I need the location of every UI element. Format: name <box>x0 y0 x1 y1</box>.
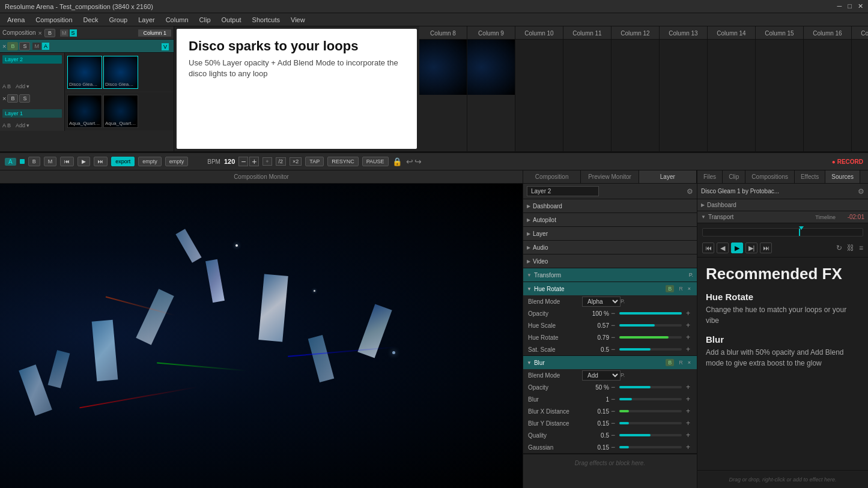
hue-scale-minus[interactable]: − <box>609 321 617 330</box>
tap-button[interactable]: TAP <box>305 157 324 166</box>
files-gear-button[interactable]: ⚙ <box>858 187 864 196</box>
timeline-bar[interactable] <box>702 228 863 236</box>
close-button[interactable]: ✕ <box>858 2 863 10</box>
hue-rotate-slider[interactable] <box>619 336 682 339</box>
bpm-half-button[interactable]: /2 <box>276 157 287 166</box>
blur-y-plus[interactable]: + <box>684 419 692 427</box>
bpm-plus1-button[interactable]: + <box>263 157 272 166</box>
layer-gear-button[interactable]: ⚙ <box>687 187 693 196</box>
layer2-close-button[interactable]: × <box>2 43 6 50</box>
hue-opacity-minus[interactable]: − <box>609 309 617 318</box>
col9-clip-thumb[interactable] <box>467 40 515 95</box>
skip-next-button[interactable]: ⏭ <box>94 157 108 166</box>
menu-clip[interactable]: Clip <box>195 15 216 25</box>
maximize-button[interactable]: □ <box>848 2 852 10</box>
chain-icon[interactable]: ⛓ <box>847 244 854 252</box>
col-header-17[interactable]: Column 17 <box>852 26 868 40</box>
tab-preview-monitor[interactable]: Preview Monitor <box>581 170 639 183</box>
layer2-s-button[interactable]: S <box>19 42 30 50</box>
undo-button[interactable]: ↩ <box>406 157 413 166</box>
menu-group[interactable]: Group <box>105 15 133 25</box>
blur-gaussian-plus[interactable]: + <box>684 443 692 451</box>
hue-scale-plus[interactable]: + <box>684 321 692 330</box>
blur-quality-minus[interactable]: − <box>609 431 617 439</box>
skip-end-button[interactable]: ⏭ <box>760 242 772 253</box>
col-header-10[interactable]: Column 10 <box>515 26 563 40</box>
tab-composition[interactable]: Composition <box>523 170 581 183</box>
layer2-clip1[interactable]: Disco Gleam 1 by ... <box>67 56 102 89</box>
hue-opacity-plus[interactable]: + <box>684 309 692 318</box>
col-header-9[interactable]: Column 9 <box>467 26 515 40</box>
col8-clip-thumb[interactable] <box>419 40 467 95</box>
blur-x-plus[interactable]: + <box>684 407 692 415</box>
tab-effects[interactable]: Effects <box>795 170 825 183</box>
blur-b-button[interactable]: B <box>666 359 674 366</box>
empty1-button[interactable]: empty <box>138 157 162 166</box>
col-header-15[interactable]: Column 15 <box>756 26 804 40</box>
layer1-b-button[interactable]: B <box>7 94 18 103</box>
tab-layer[interactable]: Layer <box>639 170 697 183</box>
bpm-plus-button[interactable]: + <box>249 157 259 166</box>
play-button[interactable]: ▶ <box>77 157 90 166</box>
menu-layer[interactable]: Layer <box>133 15 160 25</box>
hue-rotate-r-button[interactable]: R <box>676 285 685 292</box>
hue-opacity-slider[interactable] <box>619 312 682 315</box>
tab-sources[interactable]: Sources <box>825 170 860 183</box>
composition-b-button[interactable]: B <box>44 29 55 37</box>
blur-gaussian-minus[interactable]: − <box>609 443 617 451</box>
layer1-close-button[interactable]: × <box>2 95 6 102</box>
bpm-double-button[interactable]: ×2 <box>290 157 302 166</box>
menu-composition[interactable]: Composition <box>31 15 77 25</box>
blur-x-minus[interactable]: − <box>609 407 617 415</box>
section-layer-header[interactable]: ▶ Layer <box>523 227 697 240</box>
section-audio-header[interactable]: ▶ Audio <box>523 241 697 254</box>
col-header-13[interactable]: Column 13 <box>660 26 708 40</box>
blur-gaussian-slider[interactable] <box>619 446 682 448</box>
sat-scale-slider[interactable] <box>619 348 682 351</box>
hue-scale-slider[interactable] <box>619 324 682 327</box>
files-transport-header[interactable]: ▼ Transport Timeline -02:01 <box>697 211 868 223</box>
lock-button[interactable]: 🔒 <box>392 157 402 166</box>
blur-quality-slider[interactable] <box>619 434 682 436</box>
blur-y-minus[interactable]: − <box>609 419 617 427</box>
skip-start-button[interactable]: ⏮ <box>702 242 714 253</box>
empty2-button[interactable]: empty <box>165 157 189 166</box>
col-header-16[interactable]: Column 16 <box>804 26 852 40</box>
col-header-14[interactable]: Column 14 <box>708 26 756 40</box>
blur-opacity-plus[interactable]: + <box>684 383 692 391</box>
tab-compositions[interactable]: Compositions <box>745 170 795 183</box>
blur-amount-slider[interactable] <box>619 398 682 400</box>
loop-icon[interactable]: ↻ <box>836 244 842 252</box>
menu-deck[interactable]: Deck <box>79 15 103 25</box>
sat-scale-plus[interactable]: + <box>684 345 692 354</box>
blur-r-button[interactable]: R <box>676 359 685 366</box>
menu-column[interactable]: Column <box>161 15 193 25</box>
section-video-header[interactable]: ▶ Video <box>523 255 697 268</box>
hue-rotate-minus[interactable]: − <box>609 333 617 342</box>
step-fwd-button[interactable]: ▶| <box>745 242 757 253</box>
step-back-button[interactable]: ◀ <box>717 242 729 253</box>
sat-scale-minus[interactable]: − <box>609 345 617 354</box>
m-track-button[interactable]: M <box>44 157 57 166</box>
menu-shortcuts[interactable]: Shortcuts <box>247 15 285 25</box>
skip-prev-button[interactable]: ⏮ <box>60 157 74 166</box>
layer1-clip2[interactable]: Aqua_Quartz_by... <box>103 95 138 128</box>
blur-quality-plus[interactable]: + <box>684 431 692 439</box>
layer2-clip2[interactable]: Disco Gleam 1 by ... <box>103 56 138 89</box>
hue-blend-mode-select[interactable]: Alpha Add Multiply <box>582 297 621 307</box>
blur-y-slider[interactable] <box>619 422 682 424</box>
pause-button[interactable]: PAUSE <box>362 157 389 166</box>
files-dashboard-header[interactable]: ▶ Dashboard <box>697 199 868 211</box>
section-dashboard-header[interactable]: ▶ Dashboard <box>523 199 697 212</box>
blur-opacity-minus[interactable]: − <box>609 383 617 391</box>
layer1-clip1[interactable]: Aqua_Quartz_by... <box>67 95 102 128</box>
minimize-button[interactable]: ─ <box>837 2 842 10</box>
redo-button[interactable]: ↪ <box>414 157 422 166</box>
col-header-12[interactable]: Column 12 <box>612 26 660 40</box>
section-transform-header[interactable]: ▼ Transform P. <box>523 268 697 282</box>
menu-view[interactable]: View <box>286 15 310 25</box>
blur-x-slider[interactable] <box>619 410 682 412</box>
blur-blend-mode-select[interactable]: Add Alpha Multiply <box>582 370 621 381</box>
col-header-8[interactable]: Column 8 <box>419 26 467 40</box>
menu-output[interactable]: Output <box>217 15 246 25</box>
